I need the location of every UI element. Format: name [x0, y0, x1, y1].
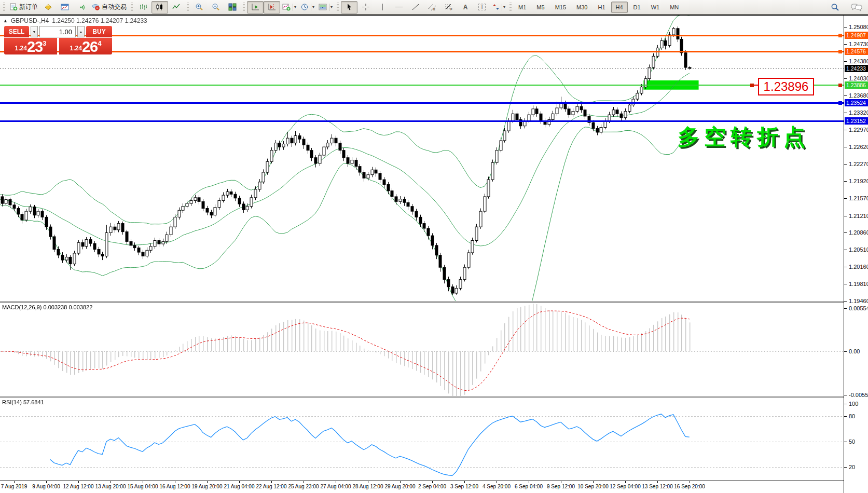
toolbar-grip[interactable]	[3, 3, 5, 12]
chart-window: ▲ GBPUSD-,H4 1.24250 1.24276 1.24207 1.2…	[0, 15, 868, 493]
volume-input[interactable]	[39, 26, 76, 37]
sell-button[interactable]: SELL	[4, 26, 29, 37]
trendline-button[interactable]	[407, 1, 424, 13]
horizontal-line-button[interactable]	[391, 1, 407, 13]
bar-chart-button[interactable]	[135, 1, 151, 13]
timeframe-button-M30[interactable]: M30	[572, 2, 592, 13]
rsi-pane-canvas[interactable]	[0, 398, 844, 481]
line-anchor-marker[interactable]	[838, 50, 842, 53]
zoom-in-icon	[195, 3, 203, 11]
time-axis-tick	[175, 481, 175, 483]
zoom-out-button[interactable]	[208, 1, 224, 13]
price-axis-tick: 1.25080	[844, 24, 868, 30]
time-axis-tick	[78, 481, 79, 483]
price-axis-tick: 1.24380	[844, 58, 868, 64]
chart-annotation-text[interactable]: 多空转折点	[678, 122, 810, 152]
line-anchor-marker[interactable]	[838, 34, 842, 37]
periods-button[interactable]: ▾	[298, 1, 316, 13]
main-chart-canvas[interactable]	[0, 16, 844, 301]
sell-price-display[interactable]: 1.24233	[4, 38, 57, 54]
time-axis-tick	[529, 481, 529, 483]
buy-button[interactable]: BUY	[86, 26, 112, 37]
fibonacci-button[interactable]: F	[440, 1, 457, 13]
horizontal-level-line-1.23886[interactable]	[0, 85, 844, 86]
arrows-button[interactable]: ▾	[490, 1, 507, 13]
timeframe-button-H4[interactable]: H4	[611, 2, 628, 13]
text-label-icon: T	[478, 4, 486, 10]
text-button[interactable]: A	[457, 1, 474, 13]
line-anchor-marker[interactable]	[838, 101, 842, 105]
time-axis-tick	[625, 481, 626, 483]
toolbar-grip[interactable]	[509, 3, 512, 12]
horizontal-level-line-1.23152[interactable]	[0, 120, 844, 122]
chat-button[interactable]	[848, 1, 865, 13]
zoom-in-button[interactable]	[191, 1, 208, 13]
time-axis-tick	[657, 481, 658, 483]
macd-pane-canvas[interactable]	[0, 303, 844, 396]
volume-decrease-button[interactable]: ▼	[31, 26, 38, 37]
template-button[interactable]: ▾	[316, 1, 335, 13]
toolbar-grip[interactable]	[131, 3, 133, 12]
pane-separator[interactable]	[0, 396, 868, 398]
timeframe-button-M15[interactable]: M15	[550, 2, 571, 13]
tile-windows-button[interactable]	[224, 1, 241, 13]
time-axis-label: 16 Aug 12:00	[160, 484, 190, 489]
price-axis-tick: 1.23680	[844, 92, 868, 99]
time-axis-label: 25 Aug 23:00	[288, 484, 319, 489]
buy-price-display[interactable]: 1.24264	[59, 38, 112, 54]
horizontal-level-line-1.23524[interactable]	[0, 102, 844, 104]
trendline-icon	[411, 3, 420, 11]
chart-shift-icon	[268, 3, 276, 11]
collapse-panel-icon[interactable]: ▲	[3, 18, 8, 23]
price-axis-tick: 1.23320	[844, 109, 868, 116]
new-order-button[interactable]: 新订单	[7, 1, 40, 13]
chart-window-button[interactable]	[57, 1, 73, 13]
toolbar-grip[interactable]	[187, 3, 189, 12]
timeframe-button-W1[interactable]: W1	[646, 2, 665, 13]
candlestick-icon	[156, 3, 164, 11]
price-box-anchor[interactable]	[750, 84, 754, 87]
chevron-down-icon: ▾	[502, 4, 505, 11]
autotrading-label: 自动交易	[102, 3, 127, 11]
chevron-down-icon: ▾	[311, 4, 314, 11]
timeframe-button-M5[interactable]: M5	[532, 2, 549, 13]
time-axis-tick	[143, 481, 143, 483]
timeframe-button-H1[interactable]: H1	[593, 2, 610, 13]
time-axis-tick	[239, 481, 240, 483]
toolbar-grip[interactable]	[337, 3, 339, 12]
vertical-line-button[interactable]	[374, 1, 391, 13]
new-order-icon	[9, 3, 18, 11]
timeframe-button-D1[interactable]: D1	[629, 2, 645, 13]
timeframe-button-MN[interactable]: MN	[665, 2, 683, 13]
line-anchor-marker[interactable]	[838, 84, 842, 87]
volume-increase-button[interactable]: ▲	[77, 26, 85, 37]
pane-separator[interactable]	[0, 301, 868, 303]
rsi-axis-tick: 100	[844, 401, 858, 407]
chart-shift-button[interactable]	[264, 1, 280, 13]
price-annotation-box[interactable]: 1.23896	[758, 78, 814, 95]
text-label-button[interactable]: T	[474, 1, 490, 13]
horizontal-level-line-1.24576[interactable]	[0, 51, 844, 52]
channel-button[interactable]: E	[424, 1, 440, 13]
gold-button[interactable]	[40, 1, 57, 13]
cursor-button[interactable]	[341, 1, 357, 13]
indicators-button[interactable]: ▾	[280, 1, 298, 13]
search-button[interactable]	[826, 1, 843, 13]
horizontal-level-line-1.24907[interactable]	[0, 35, 844, 36]
crosshair-button[interactable]	[357, 1, 374, 13]
price-axis-tick: 1.21920	[844, 178, 868, 184]
line-chart-button[interactable]	[168, 1, 185, 13]
time-axis-label: 28 Aug 12:00	[353, 484, 383, 489]
auto-scroll-button[interactable]	[247, 1, 264, 13]
candlestick-button[interactable]	[151, 1, 168, 13]
price-axis[interactable]: 1.250801.247301.243801.240301.236801.233…	[844, 16, 868, 493]
arrows-icon	[492, 3, 500, 11]
autotrading-button[interactable]: 自动交易	[90, 1, 129, 13]
timeframe-button-M1[interactable]: M1	[514, 2, 531, 13]
toolbar-grip[interactable]	[243, 3, 245, 12]
time-axis-label: 9 Aug 04:00	[32, 484, 60, 489]
crosshair-icon	[362, 3, 370, 11]
time-axis-tick	[497, 481, 497, 483]
signal-button[interactable]	[73, 1, 90, 13]
indicators-icon	[282, 3, 291, 11]
